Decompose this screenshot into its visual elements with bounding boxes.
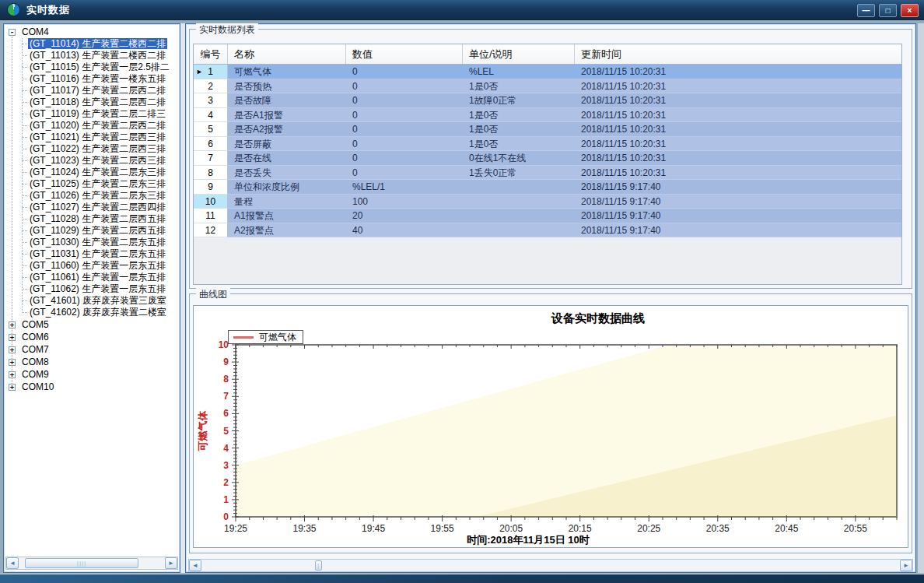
tree-horizontal-scrollbar[interactable]: ◄ |||| ► — [5, 557, 178, 570]
tree-root-COM10[interactable]: +COM10 — [5, 381, 178, 393]
tree-item[interactable]: (GT_11022) 生产装置二层西三排 — [5, 143, 178, 155]
expand-icon[interactable]: + — [9, 334, 16, 341]
tree-item[interactable]: (GT_41601) 废弃废弃装置三废室 — [5, 295, 178, 307]
table-row[interactable]: 6是否屏蔽01是0否2018/11/15 10:20:31 — [194, 137, 901, 152]
column-header[interactable]: 数值 — [346, 44, 463, 64]
tree-item[interactable]: (GT_11060) 生产装置一层东五排 — [5, 260, 178, 272]
column-header[interactable]: 编号 — [194, 44, 228, 64]
cell-name: 是否在线 — [228, 151, 346, 166]
close-button[interactable]: × — [901, 4, 919, 17]
expand-icon[interactable]: + — [9, 371, 16, 378]
cell-value: %LEL/1 — [346, 180, 463, 195]
tree-item[interactable]: (GT_11016) 生产装置一楼东五排 — [5, 73, 178, 85]
tree-root-COM8[interactable]: +COM8 — [5, 356, 178, 368]
cell-unit: 1是0否 — [463, 137, 575, 152]
tree-root-COM6[interactable]: +COM6 — [5, 332, 178, 343]
tree-root-COM5[interactable]: +COM5 — [5, 319, 178, 331]
cell-time: 2018/11/15 10:20:31 — [575, 65, 901, 79]
scroll-left-icon[interactable]: ◄ — [189, 560, 201, 571]
cell-unit: 1是0否 — [463, 108, 575, 123]
scroll-left-icon[interactable]: ◄ — [6, 557, 19, 569]
cell-value: 0 — [346, 79, 463, 94]
tree-item-label: (GT_11021) 生产装置二层西三排 — [28, 132, 167, 142]
table-row[interactable]: 3是否故障01故障0正常2018/11/15 10:20:31 — [194, 93, 901, 108]
table-row[interactable]: 4是否A1报警01是0否2018/11/15 10:20:31 — [194, 108, 901, 123]
x-tick-label: 20:25 — [637, 523, 660, 534]
row-header-cell: 8 — [194, 166, 228, 181]
tree-item[interactable]: (GT_11013) 生产装置二楼西二排 — [5, 50, 178, 61]
maximize-button[interactable]: □ — [879, 4, 897, 17]
tree-item[interactable]: (GT_11023) 生产装置二层西三排 — [5, 155, 178, 167]
column-header[interactable]: 名称 — [228, 44, 346, 64]
tree-item[interactable]: (GT_11019) 生产装置二层二排三 — [5, 108, 178, 120]
tree-item[interactable]: (GT_41602) 废弃废弃装置二楼室 — [5, 307, 178, 318]
tree-item[interactable]: (GT_11015) 生产装置一层2.5排二 — [5, 61, 178, 73]
row-header-cell: 7 — [194, 151, 228, 166]
cell-name: 是否A1报警 — [228, 108, 346, 123]
tree-item-label: (GT_11024) 生产装置二层东三排 — [28, 167, 167, 177]
scroll-right-icon[interactable]: ► — [900, 560, 912, 571]
tree-item[interactable]: (GT_11025) 生产装置二层东三排 — [5, 178, 178, 190]
table-row[interactable]: 7是否在线00在线1不在线2018/11/15 10:20:31 — [194, 151, 901, 166]
expand-icon[interactable]: + — [9, 346, 16, 353]
tree-item-label: (GT_11026) 生产装置二层东三排 — [28, 190, 167, 201]
table-row[interactable]: 11A1报警点202018/11/15 9:17:40 — [194, 209, 901, 223]
table-row[interactable]: 8是否丢失01丢失0正常2018/11/15 10:20:31 — [194, 166, 901, 181]
table-group-label: 实时数据列表 — [196, 23, 258, 37]
column-header[interactable]: 更新时间 — [575, 44, 901, 64]
tree-item[interactable]: (GT_11014) 生产装置二楼西二排 — [5, 38, 178, 50]
scroll-right-icon[interactable]: ► — [165, 557, 177, 569]
grid-body: 1►可燃气体0%LEL2018/11/15 10:20:312是否预热01是0否… — [194, 65, 901, 237]
y-tick-label: 6 — [223, 408, 229, 419]
row-header-cell: 4 — [194, 108, 228, 123]
tree-item[interactable]: (GT_11061) 生产装置一层东五排 — [5, 272, 178, 283]
expand-icon[interactable]: + — [9, 321, 16, 328]
tree-item[interactable]: (GT_11026) 生产装置二层东三排 — [5, 190, 178, 202]
row-header-cell: 11 — [194, 209, 228, 223]
tree-item[interactable]: (GT_11029) 生产装置二层西五排 — [5, 225, 178, 237]
cell-unit: 1丢失0正常 — [463, 166, 575, 181]
tree-scrollbar-thumb[interactable]: |||| — [25, 558, 138, 568]
tree-item[interactable]: (GT_11062) 生产装置一层东五排 — [5, 283, 178, 295]
chart-scrollbar-thumb[interactable]: | — [315, 560, 322, 571]
x-tick-label: 19:35 — [293, 523, 317, 534]
tree-item[interactable]: (GT_11031) 生产装置二层东五排 — [5, 248, 178, 260]
x-tick-label: 20:35 — [706, 523, 730, 534]
expand-icon[interactable]: + — [9, 359, 16, 366]
tree-item[interactable]: (GT_11027) 生产装置二层西四排 — [5, 202, 178, 213]
tree-root-COM7[interactable]: +COM7 — [5, 344, 178, 356]
expand-icon[interactable]: + — [9, 384, 16, 391]
minimize-button[interactable]: — — [857, 4, 875, 17]
tree-root-COM9[interactable]: +COM9 — [5, 369, 178, 381]
window-right-edge — [918, 23, 924, 573]
cell-time: 2018/11/15 10:20:31 — [575, 108, 901, 123]
tree-item-label: (GT_11030) 生产装置二层东五排 — [28, 237, 167, 248]
tree-item-label: (GT_11022) 生产装置二层西三排 — [28, 143, 167, 154]
table-row[interactable]: 12A2报警点402018/11/15 9:17:40 — [194, 223, 901, 238]
table-row[interactable]: 10量程1002018/11/15 9:17:40 — [194, 195, 901, 209]
column-header[interactable]: 单位/说明 — [463, 44, 575, 64]
tree-item[interactable]: (GT_11020) 生产装置二层西二排 — [5, 120, 178, 132]
cell-time: 2018/11/15 9:17:40 — [575, 180, 901, 195]
tree-item[interactable]: (GT_11021) 生产装置二层西三排 — [5, 132, 178, 143]
tree-item-label: (GT_11023) 生产装置二层西三排 — [28, 155, 167, 166]
cell-unit — [463, 209, 575, 223]
row-header-cell: 3 — [194, 93, 228, 108]
tree-item-label: (GT_11028) 生产装置二层西五排 — [28, 213, 167, 224]
row-header-cell: 5 — [194, 122, 228, 137]
table-row[interactable]: 5是否A2报警01是0否2018/11/15 10:20:31 — [194, 122, 901, 137]
tree-root-COM4[interactable]: -COM4 — [5, 26, 178, 38]
table-row[interactable]: 9单位和浓度比例%LEL/12018/11/15 9:17:40 — [194, 180, 901, 195]
table-row[interactable]: 1►可燃气体0%LEL2018/11/15 10:20:31 — [194, 65, 901, 79]
tree-item[interactable]: (GT_11028) 生产装置二层西五排 — [5, 213, 178, 225]
tree-item[interactable]: (GT_11030) 生产装置二层东五排 — [5, 237, 178, 248]
tree-item[interactable]: (GT_11024) 生产装置二层东三排 — [5, 167, 178, 178]
cell-name: 量程 — [228, 195, 346, 209]
chart-horizontal-scrollbar[interactable]: ◄ | ► — [188, 559, 913, 572]
tree-item[interactable]: (GT_11017) 生产装置二层西二排 — [5, 85, 178, 97]
table-row[interactable]: 2是否预热01是0否2018/11/15 10:20:31 — [194, 79, 901, 94]
tree-item[interactable]: (GT_11018) 生产装置二层西二排 — [5, 97, 178, 108]
cell-value: 0 — [346, 108, 463, 123]
y-tick-label: 4 — [223, 443, 229, 454]
collapse-icon[interactable]: - — [9, 29, 16, 36]
